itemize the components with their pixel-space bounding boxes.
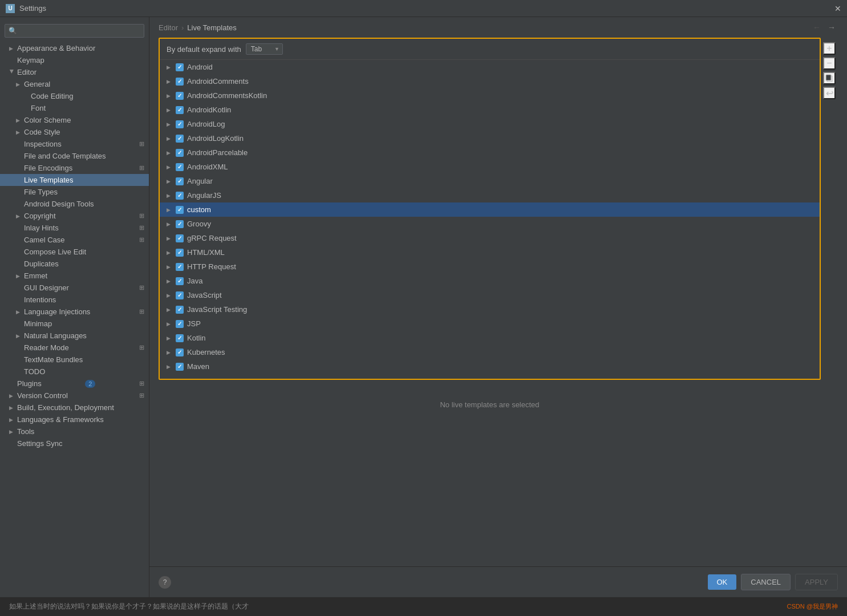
- sidebar-item-gui-designer[interactable]: GUI Designer ⊞: [0, 282, 149, 294]
- chevron-icon: ▶: [16, 309, 22, 315]
- sidebar-item-label: Code Editing: [31, 92, 73, 100]
- template-item[interactable]: ▶ JSP: [160, 317, 820, 331]
- sidebar-item-label: Editor: [17, 68, 37, 76]
- template-item[interactable]: ▶ AndroidComments: [160, 74, 820, 88]
- help-button[interactable]: ?: [159, 576, 171, 589]
- template-name: Android: [187, 63, 213, 71]
- no-selection-hint: No live templates are selected: [159, 391, 821, 418]
- sidebar-item-code-style[interactable]: ▶ Code Style: [0, 126, 149, 138]
- template-item[interactable]: ▶ HTML/XML: [160, 245, 820, 260]
- svg-rect-1: [826, 75, 831, 80]
- sidebar-item-appearance[interactable]: ▶ Appearance & Behavior: [0, 42, 149, 54]
- template-item[interactable]: ▶ AndroidParcelable: [160, 145, 820, 160]
- sidebar-item-code-editing[interactable]: Code Editing: [0, 90, 149, 102]
- sidebar-item-copyright[interactable]: ▶ Copyright ⊞: [0, 210, 149, 222]
- sidebar-item-duplicates[interactable]: Duplicates: [0, 258, 149, 270]
- template-item[interactable]: ▶ AngularJS: [160, 188, 820, 202]
- remove-button[interactable]: −: [823, 57, 836, 70]
- cancel-button[interactable]: CANCEL: [741, 574, 791, 590]
- sidebar-item-reader-mode[interactable]: Reader Mode ⊞: [0, 342, 149, 354]
- template-name: Angular: [187, 177, 213, 185]
- template-name: Maven: [187, 362, 209, 371]
- sidebar-item-camel-case[interactable]: Camel Case ⊞: [0, 234, 149, 246]
- sidebar-item-label: Live Templates: [24, 176, 73, 184]
- undo-button[interactable]: ↩: [823, 87, 836, 99]
- sidebar-item-keymap[interactable]: Keymap: [0, 54, 149, 66]
- template-item[interactable]: ▶ AndroidLogKotlin: [160, 131, 820, 145]
- sidebar-item-editor[interactable]: ▶ Editor: [0, 66, 149, 78]
- close-button[interactable]: ✕: [834, 4, 841, 13]
- template-item[interactable]: ▶ custom: [160, 202, 820, 217]
- template-item[interactable]: ▶ gRPC Request: [160, 231, 820, 245]
- sidebar-item-file-code-templates[interactable]: File and Code Templates: [0, 150, 149, 162]
- expand-dropdown[interactable]: Tab Enter Space: [246, 43, 283, 55]
- sidebar-item-label: TODO: [24, 367, 45, 376]
- template-item[interactable]: ▶ Angular: [160, 174, 820, 188]
- template-chevron-icon: ▶: [167, 179, 172, 184]
- sidebar-item-label: Color Scheme: [24, 116, 71, 124]
- sidebar-item-todo[interactable]: TODO: [0, 366, 149, 378]
- template-item[interactable]: ▶ Maven: [160, 359, 820, 374]
- search-box: 🔍: [5, 24, 144, 38]
- template-chevron-icon: ▶: [167, 64, 172, 70]
- sidebar-item-language-injections[interactable]: ▶ Language Injections ⊞: [0, 306, 149, 318]
- template-item[interactable]: ▶ Kubernetes: [160, 345, 820, 359]
- sidebar-item-android-design[interactable]: Android Design Tools: [0, 198, 149, 210]
- template-name: JavaScript Testing: [187, 305, 247, 314]
- sidebar-item-emmet[interactable]: ▶ Emmet: [0, 270, 149, 282]
- template-item[interactable]: ▶ AndroidKotlin: [160, 103, 820, 117]
- template-name: Kotlin: [187, 334, 206, 342]
- template-item[interactable]: ▶ AndroidCommentsKotlin: [160, 88, 820, 103]
- template-item[interactable]: ▶ HTTP Request: [160, 260, 820, 274]
- template-name: Groovy: [187, 220, 211, 228]
- watermark: CSDN @我是男神: [787, 602, 838, 611]
- sidebar-item-minimap[interactable]: Minimap: [0, 318, 149, 330]
- template-item[interactable]: ▶ JavaScript: [160, 288, 820, 302]
- sidebar-item-natural-languages[interactable]: ▶ Natural Languages: [0, 330, 149, 342]
- breadcrumb-separator: ›: [181, 23, 184, 32]
- template-checkbox: [176, 291, 184, 299]
- sidebar-item-tools[interactable]: ▶ Tools: [0, 425, 149, 437]
- sidebar-item-file-types[interactable]: File Types: [0, 186, 149, 198]
- template-name: JavaScript: [187, 291, 222, 299]
- settings-small-icon: ⊞: [139, 380, 144, 387]
- sidebar-item-compose-live-edit[interactable]: Compose Live Edit: [0, 246, 149, 258]
- apply-button[interactable]: APPLY: [795, 574, 838, 590]
- breadcrumb-parent: Editor: [159, 23, 178, 32]
- sidebar-item-general[interactable]: ▶ General: [0, 78, 149, 90]
- sidebar-item-color-scheme[interactable]: ▶ Color Scheme: [0, 114, 149, 126]
- template-item[interactable]: ▶ AndroidXML: [160, 160, 820, 174]
- sidebar-item-build-execution[interactable]: ▶ Build, Execution, Deployment: [0, 402, 149, 414]
- sidebar-item-textmate-bundles[interactable]: TextMate Bundles: [0, 354, 149, 366]
- plugins-badge: 2: [85, 380, 95, 388]
- sidebar-item-inlay-hints[interactable]: Inlay Hints ⊞: [0, 222, 149, 234]
- sidebar-item-file-encodings[interactable]: File Encodings ⊞: [0, 162, 149, 174]
- forward-arrow[interactable]: →: [825, 22, 838, 33]
- template-chevron-icon: ▶: [167, 193, 172, 198]
- add-button[interactable]: +: [823, 42, 836, 55]
- sidebar-item-version-control[interactable]: ▶ Version Control ⊞: [0, 390, 149, 402]
- template-name: AngularJS: [187, 191, 221, 200]
- sidebar-item-label: File and Code Templates: [24, 152, 106, 160]
- sidebar-item-inspections[interactable]: Inspections ⊞: [0, 138, 149, 150]
- copy-button[interactable]: [823, 72, 836, 84]
- search-input[interactable]: [5, 24, 144, 38]
- sidebar-item-plugins[interactable]: Plugins 2 ⊞: [0, 378, 149, 390]
- template-item[interactable]: ▶ JavaScript Testing: [160, 302, 820, 317]
- sidebar-item-intentions[interactable]: Intentions: [0, 294, 149, 306]
- template-item[interactable]: ▶ Java: [160, 274, 820, 288]
- template-item[interactable]: ▶ Groovy: [160, 217, 820, 231]
- template-checkbox: [176, 306, 184, 314]
- template-checkbox: [176, 363, 184, 371]
- template-item[interactable]: ▶ AndroidLog: [160, 117, 820, 131]
- template-item[interactable]: ▶ Kotlin: [160, 331, 820, 345]
- template-name: AndroidKotlin: [187, 106, 231, 114]
- sidebar-item-settings-sync[interactable]: Settings Sync: [0, 437, 149, 449]
- sidebar-item-languages-frameworks[interactable]: ▶ Languages & Frameworks: [0, 414, 149, 425]
- ok-button[interactable]: OK: [708, 574, 737, 590]
- back-arrow[interactable]: ←: [810, 22, 823, 33]
- expand-dropdown-wrap: Tab Enter Space ▼: [246, 43, 283, 55]
- sidebar-item-live-templates[interactable]: Live Templates: [0, 174, 149, 186]
- sidebar-item-font[interactable]: Font: [0, 102, 149, 114]
- template-item[interactable]: ▶ Android: [160, 60, 820, 74]
